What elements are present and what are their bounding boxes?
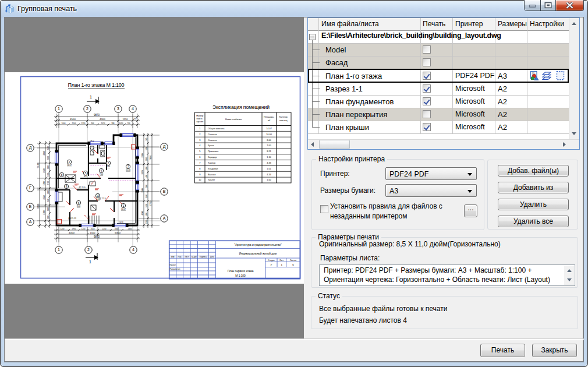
svg-text:ОК-3: ОК-3 xyxy=(119,221,123,224)
svg-text:5: 5 xyxy=(85,172,87,175)
svg-text:340: 340 xyxy=(133,118,137,120)
svg-text:3: 3 xyxy=(108,162,109,165)
svg-text:2980: 2980 xyxy=(141,153,144,157)
svg-text:1930: 1930 xyxy=(72,228,76,230)
svg-text:1800: 1800 xyxy=(47,156,49,160)
svg-text:2550: 2550 xyxy=(43,195,45,199)
svg-text:5: 5 xyxy=(199,150,200,153)
svg-text:У: У xyxy=(271,263,272,266)
svg-text:6: 6 xyxy=(292,263,294,266)
svg-text:Дата: Дата xyxy=(210,256,214,258)
svg-text:3: 3 xyxy=(117,107,119,111)
svg-text:пом ещ.: пом ещ. xyxy=(279,119,288,122)
svg-text:План первого этажа: План первого этажа xyxy=(228,270,254,273)
svg-text:1600: 1600 xyxy=(146,203,148,207)
svg-text:2: 2 xyxy=(69,161,70,164)
svg-text:Индивидуальный жилой дом: Индивидуальный жилой дом xyxy=(239,252,277,255)
svg-text:1700: 1700 xyxy=(43,181,45,185)
svg-text:1: 1 xyxy=(89,260,91,264)
svg-text:1600: 1600 xyxy=(47,146,49,150)
svg-text:8.00: 8.00 xyxy=(77,205,80,207)
svg-text:2250: 2250 xyxy=(102,228,107,230)
svg-text:2700: 2700 xyxy=(43,210,45,214)
svg-text:1200: 1200 xyxy=(146,220,148,224)
svg-text:Лист: Лист xyxy=(279,259,284,262)
svg-text:1700: 1700 xyxy=(47,181,49,185)
svg-text:10: 10 xyxy=(199,178,201,181)
svg-text:План 1-го этажа М 1:100: План 1-го этажа М 1:100 xyxy=(68,82,125,88)
svg-text:7.00: 7.00 xyxy=(267,144,271,147)
svg-text:Кладовая: Кладовая xyxy=(208,167,218,170)
svg-text:980: 980 xyxy=(111,122,114,125)
svg-text:7: 7 xyxy=(199,161,200,164)
svg-text:ДГ 21-9: ДГ 21-9 xyxy=(99,197,105,200)
svg-text:2630: 2630 xyxy=(43,168,45,172)
svg-text:3440: 3440 xyxy=(43,151,45,155)
svg-text:щения: щения xyxy=(196,120,203,123)
svg-text:1400: 1400 xyxy=(146,166,148,170)
svg-text:Коридор: Коридор xyxy=(208,156,217,158)
svg-text:Г: Г xyxy=(29,186,31,190)
svg-text:Б: Б xyxy=(29,204,32,209)
svg-text:4: 4 xyxy=(101,170,102,172)
svg-text:1200: 1200 xyxy=(82,228,86,230)
svg-text:7.00: 7.00 xyxy=(100,173,103,175)
svg-text:7800: 7800 xyxy=(149,155,152,161)
svg-text:3: 3 xyxy=(199,139,200,142)
svg-text:А: А xyxy=(29,220,32,224)
svg-text:1.10: 1.10 xyxy=(267,156,271,158)
svg-text:м²: м² xyxy=(268,119,271,122)
svg-text:2400: 2400 xyxy=(128,228,132,230)
svg-text:ДГ 21-9: ДГ 21-9 xyxy=(79,186,85,189)
svg-text:1: 1 xyxy=(58,107,60,111)
svg-text:1800: 1800 xyxy=(115,228,119,230)
svg-text:1600: 1600 xyxy=(146,194,148,198)
svg-text:Прихожая: Прихожая xyxy=(208,150,218,153)
svg-text:8: 8 xyxy=(199,167,200,170)
svg-text:1: 1 xyxy=(123,204,125,207)
svg-text:Туалет: Туалет xyxy=(208,178,215,181)
svg-text:1800: 1800 xyxy=(146,157,148,161)
svg-text:7: 7 xyxy=(127,165,129,168)
svg-text:10.00: 10.00 xyxy=(126,169,130,171)
svg-text:№ док: № док xyxy=(192,256,197,258)
svg-text:1590: 1590 xyxy=(123,118,129,121)
svg-text:Изм: Изм xyxy=(171,256,175,258)
svg-text:10.00: 10.00 xyxy=(266,133,272,136)
svg-text:5300: 5300 xyxy=(115,231,121,234)
svg-text:Спальня: Спальня xyxy=(208,139,217,142)
svg-text:1200: 1200 xyxy=(47,172,49,177)
svg-text:1320: 1320 xyxy=(82,122,86,125)
svg-text:4000: 4000 xyxy=(69,231,75,234)
svg-text:1300: 1300 xyxy=(47,215,49,219)
svg-text:Подпись: Подпись xyxy=(200,256,207,258)
svg-text:9870: 9870 xyxy=(94,235,100,238)
svg-text:8.00: 8.00 xyxy=(267,139,271,142)
svg-text:Разработал: Разработал xyxy=(170,268,180,270)
svg-text:Учас: Учас xyxy=(178,256,182,258)
svg-text:А: А xyxy=(163,216,166,220)
svg-text:1500: 1500 xyxy=(47,198,49,202)
svg-text:2: 2 xyxy=(86,107,88,111)
svg-text:1500: 1500 xyxy=(90,231,96,234)
svg-text:1: 1 xyxy=(199,127,200,130)
svg-text:Листов: Листов xyxy=(290,259,296,262)
svg-text:1800: 1800 xyxy=(146,146,148,150)
svg-text:"Архитектура и градостроительс: "Архитектура и градостроительство" xyxy=(234,244,282,246)
svg-text:9870: 9870 xyxy=(94,114,100,117)
svg-text:4: 4 xyxy=(199,144,201,147)
svg-text:2100: 2100 xyxy=(72,122,76,125)
svg-text:10: 10 xyxy=(96,195,100,197)
svg-text:4.33: 4.33 xyxy=(267,161,271,164)
svg-text:Общая комната: Общая комната xyxy=(208,127,225,130)
svg-text:14.07: 14.07 xyxy=(121,208,126,210)
svg-text:1.00: 1.00 xyxy=(267,178,271,181)
svg-text:Спальня: Спальня xyxy=(208,133,217,136)
svg-text:2070: 2070 xyxy=(101,122,105,125)
svg-text:Д: Д xyxy=(163,144,166,149)
svg-text:1: 1 xyxy=(58,248,60,252)
svg-text:1400: 1400 xyxy=(47,190,49,194)
svg-text:4: 4 xyxy=(132,248,134,252)
svg-text:Лист: Лист xyxy=(185,256,189,258)
svg-text:4: 4 xyxy=(132,107,134,111)
